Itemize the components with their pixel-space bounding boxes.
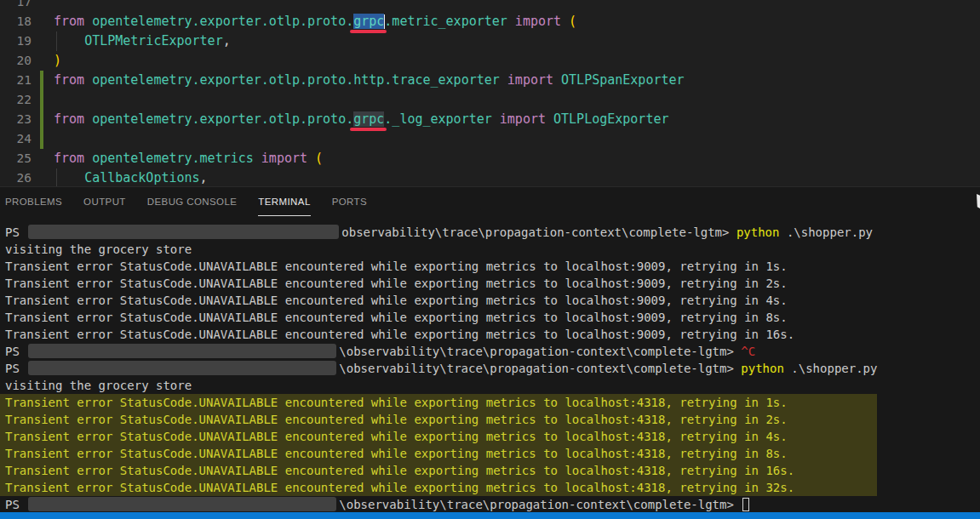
- code-token: [84, 151, 92, 166]
- code-token: [54, 170, 84, 185]
- tab-problems[interactable]: PROBLEMS: [5, 187, 62, 216]
- code-token: opentelemetry.metrics: [92, 151, 254, 166]
- line-number: 26: [0, 168, 32, 186]
- terminal-text: Transient error StatusCode.UNAVAILABLE e…: [5, 447, 788, 460]
- code-text: from opentelemetry.exporter.otlp.proto.g…: [54, 12, 576, 31]
- terminal-text: .\shopper.py: [784, 362, 878, 375]
- line-number: 19: [0, 31, 32, 51]
- code-token: [492, 111, 500, 127]
- code-token: grpc: [353, 14, 384, 29]
- code-line-19[interactable]: 19 OTLPMetricExporter,: [0, 31, 980, 51]
- terminal-text: \observability\trace\propagation-context…: [339, 498, 741, 511]
- code-token: [553, 72, 561, 88]
- code-token: [54, 33, 84, 48]
- bottom-panel: PROBLEMSOUTPUTDEBUG CONSOLETERMINALPORTS…: [0, 186, 980, 513]
- code-token: from: [54, 151, 84, 166]
- code-token: OTLPMetricExporter: [84, 33, 223, 48]
- line-number: 25: [0, 149, 32, 168]
- terminal-text: Transient error StatusCode.UNAVAILABLE e…: [5, 277, 788, 290]
- terminal-line-highlighted: Transient error StatusCode.UNAVAILABLE e…: [0, 394, 980, 411]
- code-line-26[interactable]: 26 CallbackOptions,: [0, 168, 980, 186]
- tab-ports[interactable]: PORTS: [332, 187, 367, 216]
- code-line-23[interactable]: 23from opentelemetry.exporter.otlp.proto…: [0, 110, 980, 129]
- code-line-24[interactable]: 24: [0, 129, 980, 149]
- code-token: (: [315, 151, 323, 166]
- code-line-20[interactable]: 20): [0, 51, 980, 71]
- line-number: 20: [0, 51, 32, 71]
- terminal-text: Transient error StatusCode.UNAVAILABLE e…: [5, 464, 794, 477]
- terminal-line: visiting the grocery store: [5, 377, 980, 394]
- terminal-text: PS: [5, 225, 26, 239]
- code-token: [84, 14, 92, 29]
- tab-debug-console[interactable]: DEBUG CONSOLE: [147, 187, 238, 216]
- terminal-line: Transient error StatusCode.UNAVAILABLE e…: [5, 309, 980, 326]
- code-line-21[interactable]: 21from opentelemetry.exporter.otlp.proto…: [0, 71, 980, 90]
- code-token: OTLPSpanExporter: [561, 72, 685, 88]
- terminal-text: Transient error StatusCode.UNAVAILABLE e…: [5, 396, 788, 409]
- terminal-text: PS: [5, 362, 26, 375]
- code-line-25[interactable]: 25from opentelemetry.metrics import (: [0, 149, 980, 168]
- terminal-text: Transient error StatusCode.UNAVAILABLE e…: [5, 294, 788, 307]
- terminal-line-highlighted: Transient error StatusCode.UNAVAILABLE e…: [0, 462, 980, 479]
- code-line-18[interactable]: 18from opentelemetry.exporter.otlp.proto…: [0, 12, 980, 31]
- redacted-path: [28, 361, 336, 375]
- code-token: import: [507, 72, 553, 88]
- terminal-text: Transient error StatusCode.UNAVAILABLE e…: [5, 260, 788, 273]
- code-line-22[interactable]: 22: [0, 90, 980, 110]
- terminal-text: \observability\trace\propagation-context…: [339, 345, 741, 358]
- code-token: opentelemetry.exporter.otlp.proto.: [92, 111, 353, 127]
- code-token: ._log_exporter: [384, 111, 491, 127]
- tab-terminal[interactable]: TERMINAL: [258, 187, 310, 216]
- terminal-text: ^C: [741, 345, 755, 358]
- code-token: [254, 151, 261, 166]
- tab-output[interactable]: OUTPUT: [83, 187, 126, 216]
- redacted-path: [28, 225, 339, 239]
- code-token: ,: [200, 170, 208, 185]
- code-token: .metric_exporter: [384, 14, 507, 29]
- terminal-line: Transient error StatusCode.UNAVAILABLE e…: [5, 275, 980, 292]
- code-text: from opentelemetry.exporter.otlp.proto.g…: [54, 110, 668, 129]
- terminal-line-highlighted: Transient error StatusCode.UNAVAILABLE e…: [0, 411, 980, 428]
- line-number: 23: [0, 110, 32, 129]
- status-bar: [0, 512, 980, 519]
- editor-lines: 1718from opentelemetry.exporter.otlp.pro…: [0, 0, 980, 186]
- code-text: CallbackOptions,: [54, 168, 208, 186]
- terminal-text: \observability\trace\propagation-context…: [339, 362, 741, 375]
- terminal-output[interactable]: PS observability\trace\propagation-conte…: [0, 216, 980, 513]
- line-number: 18: [0, 12, 32, 31]
- code-text: ): [54, 51, 61, 71]
- line-number: 17: [0, 0, 32, 12]
- terminal-line: Transient error StatusCode.UNAVAILABLE e…: [5, 258, 980, 275]
- code-editor[interactable]: 1718from opentelemetry.exporter.otlp.pro…: [0, 0, 980, 186]
- code-token: [84, 111, 92, 127]
- code-token: [307, 151, 315, 166]
- code-token: import: [500, 111, 546, 127]
- terminal-text: Transient error StatusCode.UNAVAILABLE e…: [5, 328, 794, 341]
- code-token: grpc: [353, 111, 384, 127]
- code-token: import: [515, 14, 561, 29]
- code-token: (: [569, 14, 576, 29]
- terminal-text: Transient error StatusCode.UNAVAILABLE e…: [5, 430, 788, 443]
- line-number: 21: [0, 71, 32, 90]
- redacted-path: [28, 497, 336, 511]
- line-number: 24: [0, 129, 32, 149]
- vscode-window: 1718from opentelemetry.exporter.otlp.pro…: [0, 0, 980, 519]
- terminal-line-highlighted: Transient error StatusCode.UNAVAILABLE e…: [0, 445, 980, 462]
- code-token: [507, 14, 515, 29]
- code-token: [546, 111, 553, 127]
- terminal-text: python: [736, 225, 780, 239]
- terminal-text: Transient error StatusCode.UNAVAILABLE e…: [5, 413, 788, 426]
- code-token: ): [54, 53, 61, 68]
- code-token: opentelemetry.exporter.otlp.proto.: [92, 14, 353, 29]
- terminal-line: PS observability\trace\propagation-conte…: [5, 224, 980, 241]
- terminal-line: PS \observability\trace\propagation-cont…: [5, 496, 980, 513]
- terminal-line: Transient error StatusCode.UNAVAILABLE e…: [5, 326, 980, 343]
- terminal-text: python: [741, 362, 784, 375]
- gutter-modified-indicator: [40, 71, 43, 149]
- code-token: CallbackOptions: [84, 170, 199, 185]
- terminal-text: visiting the grocery store: [5, 379, 192, 392]
- code-token: [561, 14, 569, 29]
- terminal-text: visiting the grocery store: [5, 242, 192, 256]
- code-token: [500, 72, 507, 88]
- code-line-17[interactable]: 17: [0, 0, 980, 12]
